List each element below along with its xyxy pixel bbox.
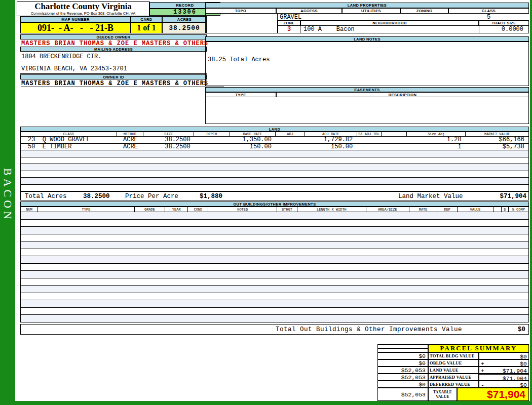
ob-empty-row <box>20 300 529 308</box>
county-title: Charlotte County Virginia <box>17 2 149 11</box>
land-row: 50 E TIMBERACRE38.2500150.00150.001$5,73… <box>20 144 529 151</box>
land-totals-bar: Total Acres 38.2500 Price Per Acre $1,88… <box>20 191 529 200</box>
neighborhood-column-label: NEIGHBORHOOD <box>300 20 479 26</box>
owner-id-label: OWNER ID <box>20 74 207 79</box>
land-properties-section: LAND PROPERTIES TOPO ACCESS UTILITIES ZO… <box>205 0 529 127</box>
land-empty-row <box>20 150 529 157</box>
land-market-value-label: Land Market Value <box>398 193 463 200</box>
mailing-address-box: 1804 BRECKENRIDGE CIR. VIRGINIA BEACH, V… <box>20 52 207 74</box>
ob-empty-row <box>20 241 529 249</box>
ob-header-cond: COND <box>188 207 208 212</box>
ob-header-area-size: AREA/SIZE <box>366 207 409 212</box>
zoning-column-label: ZONING <box>400 8 448 14</box>
land-cell <box>276 137 305 143</box>
acres-label: ACRES <box>162 16 207 22</box>
land-row: 23 Q WOOD GRAVELACRE38.25001,350.001,729… <box>20 137 529 144</box>
out-buildings-total-value: $0 <box>518 326 525 333</box>
summary-value-appraised-value: $71,904 <box>479 374 529 381</box>
ob-header-dep: DEP <box>437 207 458 212</box>
mailing-address-label: MAILING ADDRESS <box>20 47 207 52</box>
land-cell: 23 Q WOOD GRAVEL <box>21 137 117 143</box>
land-cell <box>357 137 381 143</box>
summary-value-deferred-value: -$0 <box>479 381 529 388</box>
ob-empty-row <box>20 212 529 220</box>
easements-section-label: EASEMENTS <box>205 87 529 92</box>
ob-header-sthgt: STHGT <box>277 207 297 212</box>
land-empty-row <box>20 178 529 185</box>
neighborhood-sidebar: BACON <box>0 0 15 405</box>
out-buildings-table: OUT BUILDINGS/OTHER IMPROVEMENTS NUMTYPE… <box>20 201 529 322</box>
parcel-summary-title: PARCEL SUMMARY <box>428 344 529 352</box>
land-cell: 150.00 <box>305 144 357 150</box>
property-record-card: Charlotte County Virginia Commissioner o… <box>15 0 530 401</box>
land-empty-row <box>20 171 529 178</box>
land-cell: 50 E TIMBER <box>21 144 117 150</box>
ob-empty-row <box>20 278 529 286</box>
map-number-label: MAP NUMBER <box>20 16 131 22</box>
land-cell <box>195 144 230 150</box>
land-empty-row <box>20 157 529 165</box>
land-section-label: LAND <box>20 127 529 132</box>
land-notes-box: 38.25 Total Acres <box>205 42 529 86</box>
tract-size-column-label: TRACT SIZE <box>479 20 529 26</box>
land-cell: 1.28 <box>406 137 465 143</box>
land-cell: ACRE <box>117 144 143 150</box>
summary-prior-total-bldg-value: $0 <box>377 352 428 359</box>
ob-header-num: NUM <box>20 207 38 212</box>
ob-header-row: NUMTYPEGRADEYEARCONDNOTESSTHGTLENGTH X W… <box>20 207 529 212</box>
land-cell: 150.00 <box>230 144 276 150</box>
access-column-label: ACCESS <box>276 8 342 14</box>
sidebar-neighborhood-label: BACON <box>1 168 14 222</box>
ob-empty-row <box>20 286 529 293</box>
mailing-address-line1: 1804 BRECKENRIDGE CIR. <box>21 53 101 60</box>
ob-header-notes: NOTES <box>208 207 277 212</box>
zone-value: 3 <box>278 26 300 33</box>
easement-description-column-label: DESCRIPTION <box>276 92 529 97</box>
owner-id-value: MASTERS BRIAN THOMAS & ZOE E MASTERS & O… <box>21 80 224 87</box>
ob-header-s: S <box>502 207 509 212</box>
summary-prior-deferred-value: $0 <box>377 381 428 388</box>
topo-value <box>205 14 278 33</box>
out-buildings-section-label: OUT BUILDINGS/OTHER IMPROVEMENTS <box>20 201 529 207</box>
parcel-summary: PARCEL SUMMARY$0TOTAL BLDG VALUE$0$0OBLD… <box>377 344 529 401</box>
ob-header-year: YEAR <box>165 207 188 212</box>
out-buildings-total-label: Total Out Buildings & Other Improvements… <box>276 326 462 333</box>
land-notes-text: 38.25 Total Acres <box>208 56 270 63</box>
card-label: CARD <box>131 16 162 22</box>
ob-header-value: VALUE <box>458 207 493 212</box>
summary-value-total-bldg-value: $0 <box>479 352 529 359</box>
summary-prior-taxable-value: $52,053 <box>377 388 428 401</box>
land-header-blank <box>382 132 407 137</box>
land-cell: ACRE <box>117 137 143 143</box>
land-cell: $5,738 <box>466 144 528 150</box>
land-notes-section-label: LAND NOTES <box>205 36 529 42</box>
neighborhood-value: 100 A Bacon <box>300 26 479 33</box>
ob-empty-row <box>20 256 529 264</box>
card-value: 1 of 1 <box>131 22 162 33</box>
ob-header-blank <box>493 207 502 212</box>
ob-header-comp: % COMP <box>509 207 529 212</box>
easements-box <box>205 97 529 124</box>
land-cell: 38.2500 <box>143 144 194 150</box>
land-market-value: $71,904 <box>500 193 526 200</box>
ob-empty-row <box>20 308 529 315</box>
ob-empty-row <box>20 220 529 227</box>
summary-taxable-value: $71,904 <box>457 388 529 401</box>
summary-prior-appraised-value: $52,053 <box>377 374 428 381</box>
land-cell: $66,166 <box>466 137 528 143</box>
zone-column-label: ZONE <box>278 20 300 26</box>
county-subtitle: Commissioner of the Revenue, PO Box 308,… <box>17 11 149 16</box>
summary-label-land-value: LAND VALUE <box>428 367 479 374</box>
price-per-acre-value: $1,880 <box>200 193 222 200</box>
ob-empty-row <box>20 234 529 242</box>
access-value: GRAVEL <box>280 14 301 20</box>
summary-value-obldg-value: +$0 <box>479 359 529 367</box>
land-properties-section-label: LAND PROPERTIES <box>205 3 529 8</box>
land-cell <box>276 144 305 150</box>
ob-empty-row <box>20 264 529 271</box>
ob-empty-row <box>20 249 529 257</box>
utilities-column-label: UTILITIES <box>342 8 400 14</box>
land-cell: 38.2500 <box>143 137 194 143</box>
class-column-label: CLASS <box>448 8 529 14</box>
summary-prior-spacer <box>377 344 428 348</box>
